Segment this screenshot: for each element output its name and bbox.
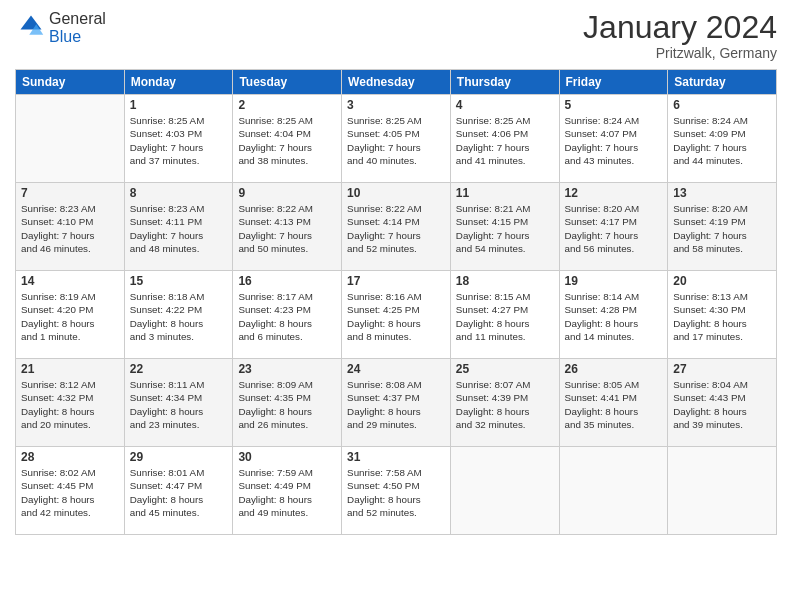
col-thursday: Thursday xyxy=(450,70,559,95)
table-row: 29Sunrise: 8:01 AMSunset: 4:47 PMDayligh… xyxy=(124,447,233,535)
cell-content: Sunrise: 8:20 AMSunset: 4:17 PMDaylight:… xyxy=(565,202,663,255)
table-row: 21Sunrise: 8:12 AMSunset: 4:32 PMDayligh… xyxy=(16,359,125,447)
col-tuesday: Tuesday xyxy=(233,70,342,95)
day-number: 27 xyxy=(673,362,771,376)
table-row: 28Sunrise: 8:02 AMSunset: 4:45 PMDayligh… xyxy=(16,447,125,535)
col-wednesday: Wednesday xyxy=(342,70,451,95)
cell-content: Sunrise: 8:04 AMSunset: 4:43 PMDaylight:… xyxy=(673,378,771,431)
cell-content: Sunrise: 8:22 AMSunset: 4:14 PMDaylight:… xyxy=(347,202,445,255)
table-row: 24Sunrise: 8:08 AMSunset: 4:37 PMDayligh… xyxy=(342,359,451,447)
col-friday: Friday xyxy=(559,70,668,95)
day-number: 1 xyxy=(130,98,228,112)
cell-content: Sunrise: 8:05 AMSunset: 4:41 PMDaylight:… xyxy=(565,378,663,431)
table-row: 7Sunrise: 8:23 AMSunset: 4:10 PMDaylight… xyxy=(16,183,125,271)
day-number: 21 xyxy=(21,362,119,376)
calendar: Sunday Monday Tuesday Wednesday Thursday… xyxy=(15,69,777,535)
table-row: 18Sunrise: 8:15 AMSunset: 4:27 PMDayligh… xyxy=(450,271,559,359)
day-number: 16 xyxy=(238,274,336,288)
cell-content: Sunrise: 8:09 AMSunset: 4:35 PMDaylight:… xyxy=(238,378,336,431)
cell-content: Sunrise: 8:08 AMSunset: 4:37 PMDaylight:… xyxy=(347,378,445,431)
day-number: 23 xyxy=(238,362,336,376)
table-row: 12Sunrise: 8:20 AMSunset: 4:17 PMDayligh… xyxy=(559,183,668,271)
cell-content: Sunrise: 8:12 AMSunset: 4:32 PMDaylight:… xyxy=(21,378,119,431)
table-row: 17Sunrise: 8:16 AMSunset: 4:25 PMDayligh… xyxy=(342,271,451,359)
calendar-week-row: 1Sunrise: 8:25 AMSunset: 4:03 PMDaylight… xyxy=(16,95,777,183)
cell-content: Sunrise: 8:17 AMSunset: 4:23 PMDaylight:… xyxy=(238,290,336,343)
table-row: 15Sunrise: 8:18 AMSunset: 4:22 PMDayligh… xyxy=(124,271,233,359)
location: Pritzwalk, Germany xyxy=(583,45,777,61)
logo: General Blue xyxy=(15,10,106,46)
day-number: 5 xyxy=(565,98,663,112)
table-row xyxy=(559,447,668,535)
day-number: 22 xyxy=(130,362,228,376)
day-number: 12 xyxy=(565,186,663,200)
table-row: 22Sunrise: 8:11 AMSunset: 4:34 PMDayligh… xyxy=(124,359,233,447)
cell-content: Sunrise: 8:16 AMSunset: 4:25 PMDaylight:… xyxy=(347,290,445,343)
logo-text: General Blue xyxy=(49,10,106,46)
day-number: 29 xyxy=(130,450,228,464)
table-row: 19Sunrise: 8:14 AMSunset: 4:28 PMDayligh… xyxy=(559,271,668,359)
table-row: 2Sunrise: 8:25 AMSunset: 4:04 PMDaylight… xyxy=(233,95,342,183)
col-sunday: Sunday xyxy=(16,70,125,95)
cell-content: Sunrise: 8:19 AMSunset: 4:20 PMDaylight:… xyxy=(21,290,119,343)
day-number: 2 xyxy=(238,98,336,112)
day-number: 20 xyxy=(673,274,771,288)
day-number: 26 xyxy=(565,362,663,376)
day-number: 4 xyxy=(456,98,554,112)
cell-content: Sunrise: 8:22 AMSunset: 4:13 PMDaylight:… xyxy=(238,202,336,255)
table-row: 16Sunrise: 8:17 AMSunset: 4:23 PMDayligh… xyxy=(233,271,342,359)
table-row: 31Sunrise: 7:58 AMSunset: 4:50 PMDayligh… xyxy=(342,447,451,535)
day-number: 9 xyxy=(238,186,336,200)
table-row: 11Sunrise: 8:21 AMSunset: 4:15 PMDayligh… xyxy=(450,183,559,271)
logo-blue: Blue xyxy=(49,28,81,45)
cell-content: Sunrise: 7:58 AMSunset: 4:50 PMDaylight:… xyxy=(347,466,445,519)
cell-content: Sunrise: 8:25 AMSunset: 4:03 PMDaylight:… xyxy=(130,114,228,167)
table-row: 27Sunrise: 8:04 AMSunset: 4:43 PMDayligh… xyxy=(668,359,777,447)
header: General Blue January 2024 Pritzwalk, Ger… xyxy=(15,10,777,61)
cell-content: Sunrise: 8:18 AMSunset: 4:22 PMDaylight:… xyxy=(130,290,228,343)
table-row: 26Sunrise: 8:05 AMSunset: 4:41 PMDayligh… xyxy=(559,359,668,447)
day-number: 6 xyxy=(673,98,771,112)
cell-content: Sunrise: 8:07 AMSunset: 4:39 PMDaylight:… xyxy=(456,378,554,431)
calendar-week-row: 7Sunrise: 8:23 AMSunset: 4:10 PMDaylight… xyxy=(16,183,777,271)
cell-content: Sunrise: 8:02 AMSunset: 4:45 PMDaylight:… xyxy=(21,466,119,519)
day-number: 11 xyxy=(456,186,554,200)
cell-content: Sunrise: 8:11 AMSunset: 4:34 PMDaylight:… xyxy=(130,378,228,431)
cell-content: Sunrise: 7:59 AMSunset: 4:49 PMDaylight:… xyxy=(238,466,336,519)
table-row: 8Sunrise: 8:23 AMSunset: 4:11 PMDaylight… xyxy=(124,183,233,271)
table-row: 23Sunrise: 8:09 AMSunset: 4:35 PMDayligh… xyxy=(233,359,342,447)
day-number: 19 xyxy=(565,274,663,288)
day-number: 8 xyxy=(130,186,228,200)
day-number: 7 xyxy=(21,186,119,200)
table-row: 30Sunrise: 7:59 AMSunset: 4:49 PMDayligh… xyxy=(233,447,342,535)
table-row: 20Sunrise: 8:13 AMSunset: 4:30 PMDayligh… xyxy=(668,271,777,359)
logo-icon xyxy=(17,12,45,40)
cell-content: Sunrise: 8:21 AMSunset: 4:15 PMDaylight:… xyxy=(456,202,554,255)
day-number: 3 xyxy=(347,98,445,112)
table-row: 13Sunrise: 8:20 AMSunset: 4:19 PMDayligh… xyxy=(668,183,777,271)
cell-content: Sunrise: 8:01 AMSunset: 4:47 PMDaylight:… xyxy=(130,466,228,519)
table-row: 5Sunrise: 8:24 AMSunset: 4:07 PMDaylight… xyxy=(559,95,668,183)
title-block: January 2024 Pritzwalk, Germany xyxy=(583,10,777,61)
table-row: 10Sunrise: 8:22 AMSunset: 4:14 PMDayligh… xyxy=(342,183,451,271)
day-number: 28 xyxy=(21,450,119,464)
day-number: 24 xyxy=(347,362,445,376)
month-title: January 2024 xyxy=(583,10,777,45)
day-number: 15 xyxy=(130,274,228,288)
table-row: 14Sunrise: 8:19 AMSunset: 4:20 PMDayligh… xyxy=(16,271,125,359)
page: General Blue January 2024 Pritzwalk, Ger… xyxy=(0,0,792,612)
table-row xyxy=(450,447,559,535)
cell-content: Sunrise: 8:23 AMSunset: 4:11 PMDaylight:… xyxy=(130,202,228,255)
table-row: 9Sunrise: 8:22 AMSunset: 4:13 PMDaylight… xyxy=(233,183,342,271)
day-number: 31 xyxy=(347,450,445,464)
col-saturday: Saturday xyxy=(668,70,777,95)
cell-content: Sunrise: 8:25 AMSunset: 4:04 PMDaylight:… xyxy=(238,114,336,167)
table-row: 4Sunrise: 8:25 AMSunset: 4:06 PMDaylight… xyxy=(450,95,559,183)
header-row: Sunday Monday Tuesday Wednesday Thursday… xyxy=(16,70,777,95)
cell-content: Sunrise: 8:15 AMSunset: 4:27 PMDaylight:… xyxy=(456,290,554,343)
cell-content: Sunrise: 8:24 AMSunset: 4:09 PMDaylight:… xyxy=(673,114,771,167)
calendar-week-row: 28Sunrise: 8:02 AMSunset: 4:45 PMDayligh… xyxy=(16,447,777,535)
table-row xyxy=(668,447,777,535)
cell-content: Sunrise: 8:24 AMSunset: 4:07 PMDaylight:… xyxy=(565,114,663,167)
table-row: 6Sunrise: 8:24 AMSunset: 4:09 PMDaylight… xyxy=(668,95,777,183)
